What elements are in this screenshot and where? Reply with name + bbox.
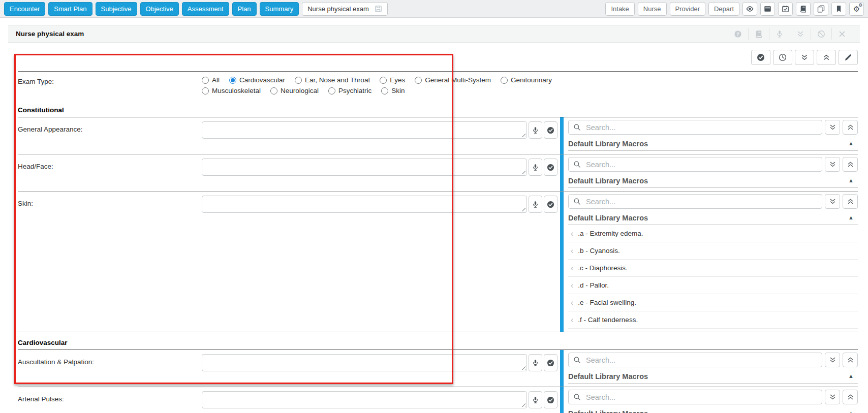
- clock-button[interactable]: [773, 50, 792, 65]
- exam-type-option-general-multi-system[interactable]: General Multi-System: [415, 76, 491, 84]
- expand-all-button[interactable]: [795, 50, 814, 65]
- check-circle-icon: [547, 201, 554, 208]
- exam-type-option-musculoskeletal[interactable]: Musculoskeletal: [202, 87, 261, 94]
- microphone-button[interactable]: [529, 354, 542, 371]
- copy-button[interactable]: [814, 2, 828, 16]
- macro-library-header[interactable]: Default Library Macros▲: [568, 211, 858, 225]
- exam-type-option-psychiatric[interactable]: Psychiatric: [328, 87, 371, 94]
- nav-button-objective[interactable]: Objective: [140, 2, 179, 16]
- collapse-all-button[interactable]: [843, 120, 858, 135]
- arterial-pulses-textarea[interactable]: [202, 391, 527, 408]
- field-controls: [202, 154, 557, 191]
- macro-search-input[interactable]: [585, 356, 817, 365]
- skin-textarea[interactable]: [202, 196, 527, 213]
- exam-type-option-genitourinary[interactable]: Genitourinary: [501, 76, 552, 84]
- exam-type-option-neurological[interactable]: Neurological: [270, 87, 319, 94]
- expand-all-button[interactable]: [825, 353, 840, 367]
- macro-item-b-cyanosis[interactable]: ‹.b - Cyanosis.: [568, 242, 858, 260]
- microphone-button[interactable]: [529, 196, 542, 213]
- clock-icon: [779, 53, 787, 61]
- field-group-head-face: Head/Face:Default Library Macros▲: [18, 154, 858, 192]
- book-button[interactable]: [796, 2, 811, 16]
- collapse-all-button[interactable]: [843, 194, 858, 209]
- header-book-button[interactable]: [749, 30, 769, 38]
- macro-library-title: Default Library Macros: [568, 177, 648, 185]
- macro-library-header[interactable]: Default Library Macros▲: [568, 369, 858, 384]
- macro-library-header[interactable]: Default Library Macros▲: [568, 137, 858, 151]
- stage-button-depart[interactable]: Depart: [708, 2, 739, 16]
- nav-button-smart-plan[interactable]: Smart Plan: [48, 2, 92, 16]
- stage-button-provider[interactable]: Provider: [670, 2, 705, 16]
- stage-button-nurse[interactable]: Nurse: [638, 2, 667, 16]
- svg-text:?: ?: [736, 31, 739, 37]
- expand-all-button[interactable]: [825, 120, 840, 135]
- confirm-button[interactable]: [544, 391, 557, 408]
- header-microphone-button[interactable]: [769, 30, 790, 38]
- macro-item-e-facial-swelling[interactable]: ‹.e - Facial swelling.: [568, 294, 858, 311]
- macro-item-c-diaphoresis[interactable]: ‹.c - Diaphoresis.: [568, 260, 858, 277]
- macro-search-input[interactable]: [585, 393, 817, 402]
- collapse-all-button[interactable]: [817, 50, 836, 65]
- radio-unchecked-icon: [381, 87, 388, 94]
- document-tab[interactable]: Nurse physical exam: [302, 2, 388, 16]
- collapse-all-button[interactable]: [843, 157, 858, 172]
- collapse-triangle-icon: ▲: [848, 410, 858, 413]
- macro-search-box: [568, 157, 822, 172]
- head-face-textarea[interactable]: [202, 158, 527, 176]
- header-expand-all-button[interactable]: [790, 30, 811, 38]
- macro-search-input[interactable]: [585, 197, 817, 206]
- field-label-skin: Skin:: [18, 192, 202, 332]
- nav-button-plan[interactable]: Plan: [232, 2, 257, 16]
- stage-button-intake[interactable]: Intake: [605, 2, 634, 16]
- confirm-button[interactable]: [544, 354, 557, 371]
- expand-all-button[interactable]: [825, 194, 840, 209]
- auscultation-palpation-textarea[interactable]: [202, 354, 527, 371]
- calendar-check-button[interactable]: [778, 2, 793, 16]
- gears-button[interactable]: ⚙: [849, 2, 864, 16]
- macro-search-box: [568, 194, 822, 209]
- microphone-button[interactable]: [529, 158, 542, 176]
- textarea-wrap: [202, 196, 527, 213]
- exam-type-option-cardiovascular[interactable]: Cardiovascular: [229, 76, 285, 84]
- nav-button-subjective[interactable]: Subjective: [96, 2, 137, 16]
- macro-item-a-extremity-edema[interactable]: ‹.a - Extremity edema.: [568, 225, 858, 242]
- macro-library-header[interactable]: Default Library Macros▲: [568, 174, 858, 188]
- expand-all-button[interactable]: [825, 157, 840, 172]
- eye-button[interactable]: [742, 2, 757, 16]
- exam-type-option-all[interactable]: All: [202, 76, 220, 84]
- microphone-button[interactable]: [529, 391, 542, 408]
- macro-item-d-pallor[interactable]: ‹.d - Pallor.: [568, 277, 858, 294]
- confirm-button[interactable]: [544, 158, 557, 176]
- general-appearance-textarea[interactable]: [202, 121, 527, 139]
- macro-library-header[interactable]: Default Library Macros▲: [568, 406, 858, 413]
- archive-button[interactable]: [760, 2, 775, 16]
- collapse-all-button[interactable]: [843, 353, 858, 367]
- archive-icon: [764, 5, 771, 13]
- header-block-button[interactable]: [811, 30, 831, 38]
- confirm-button[interactable]: [544, 121, 557, 139]
- macro-search-input[interactable]: [585, 123, 817, 132]
- exam-type-option-ear-nose-and-throat[interactable]: Ear, Nose and Throat: [295, 76, 370, 84]
- radio-unchecked-icon: [202, 87, 209, 94]
- insert-macro-icon: ‹: [571, 247, 573, 255]
- edit-button[interactable]: [839, 50, 858, 65]
- nav-button-assessment[interactable]: Assessment: [182, 2, 229, 16]
- exam-type-option-eyes[interactable]: Eyes: [380, 76, 405, 84]
- radio-option-label: Psychiatric: [338, 87, 371, 94]
- collapse-all-button[interactable]: [843, 390, 858, 404]
- exam-type-option-skin[interactable]: Skin: [381, 87, 405, 94]
- check-circle-button[interactable]: [751, 50, 770, 65]
- microphone-button[interactable]: [529, 121, 542, 139]
- header-help-button[interactable]: ?: [728, 30, 748, 38]
- header-close-button[interactable]: [832, 30, 852, 38]
- expand-all-button[interactable]: [825, 390, 840, 404]
- confirm-button[interactable]: [544, 196, 557, 213]
- macro-item-f-calf-tenderness[interactable]: ‹.f - Calf tenderness.: [568, 311, 858, 329]
- macro-search-input[interactable]: [585, 160, 817, 169]
- panel-action-buttons: [18, 50, 858, 65]
- field-controls: [202, 387, 557, 413]
- nav-button-encounter[interactable]: Encounter: [4, 2, 45, 16]
- bookmark-button[interactable]: [831, 2, 846, 16]
- expand-all-icon: [829, 198, 836, 205]
- nav-button-summary[interactable]: Summary: [260, 2, 299, 16]
